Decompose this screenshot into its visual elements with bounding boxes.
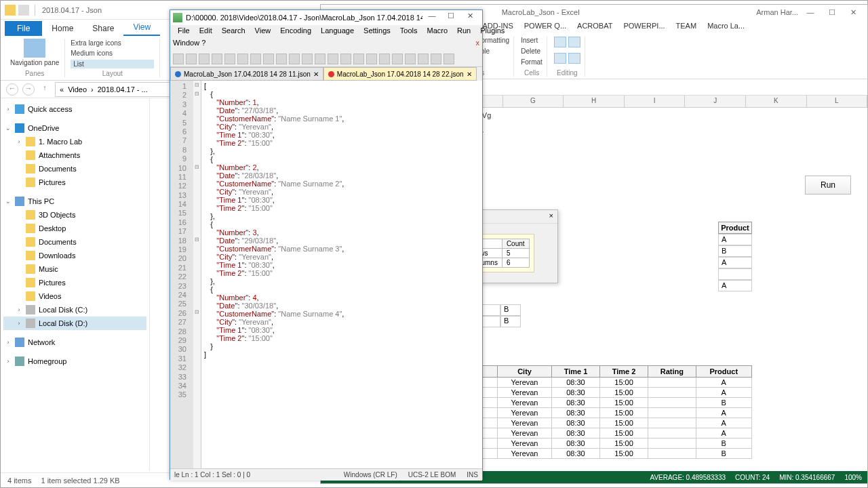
tab-close-x[interactable]: x	[476, 39, 480, 51]
cell[interactable]: B	[718, 245, 752, 257]
tree-pictures2[interactable]: Pictures	[3, 276, 146, 289]
menu-encoding[interactable]: Encoding	[275, 25, 316, 39]
tree-macrolab[interactable]: ›1. Macro Lab	[3, 135, 146, 148]
toolbar-button[interactable]	[366, 54, 377, 64]
toolbar-button[interactable]	[212, 54, 222, 64]
menu-plugins[interactable]: Plugins	[475, 25, 509, 39]
toolbar-button[interactable]	[186, 54, 197, 64]
toolbar-button[interactable]	[392, 54, 403, 64]
toolbar-button[interactable]	[224, 54, 235, 64]
maximize-icon[interactable]: ☐	[823, 8, 842, 17]
ribbon-tab[interactable]: POWERPI...	[618, 20, 670, 35]
menu-tools[interactable]: Tools	[395, 25, 422, 39]
cell[interactable]: 08:30	[551, 439, 599, 449]
toolbar-button[interactable]	[263, 54, 274, 64]
insert-button[interactable]: Insert	[521, 37, 542, 44]
cell[interactable]: A	[718, 280, 752, 291]
toolbar-button[interactable]	[237, 54, 248, 64]
toolbar-button[interactable]	[405, 54, 416, 64]
tab-file[interactable]: File	[5, 21, 42, 36]
col-header[interactable]: L	[807, 96, 868, 107]
cell[interactable]: Yerevan	[498, 388, 552, 398]
cell[interactable]	[648, 408, 696, 418]
col-header[interactable]: I	[625, 96, 686, 107]
menu-view[interactable]: View	[250, 25, 276, 39]
file-tab-1[interactable]: MacroLab_Json 17.04.2018 14 28 11.json✕	[170, 67, 323, 81]
cell[interactable]	[648, 388, 696, 398]
minimize-icon[interactable]: —	[422, 12, 441, 24]
view-medium[interactable]: Medium icons	[71, 49, 154, 58]
toolbar-button[interactable]	[379, 54, 390, 64]
cell[interactable]: A	[718, 234, 752, 245]
tab-share[interactable]: Share	[83, 21, 123, 36]
ribbon-tab[interactable]: POWER Q...	[519, 20, 572, 35]
cell[interactable]	[648, 418, 696, 428]
cell[interactable]: B	[696, 439, 751, 449]
cell[interactable]	[648, 398, 696, 408]
cell[interactable]: 08:30	[551, 408, 599, 418]
tree-3dobjects[interactable]: 3D Objects	[3, 208, 146, 222]
cell[interactable]: A	[696, 428, 751, 439]
forward-button[interactable]: →	[22, 83, 35, 96]
cell[interactable]: 15:00	[600, 428, 648, 439]
cell[interactable]	[648, 439, 696, 449]
tree-quick-access[interactable]: ›Quick access	[3, 102, 146, 116]
cell[interactable]: B	[696, 449, 751, 459]
cell[interactable]: Yerevan	[498, 428, 552, 439]
tree-network[interactable]: ›Network	[3, 336, 146, 349]
back-button[interactable]: ←	[6, 83, 18, 96]
tree-attachments[interactable]: Attachments	[3, 148, 146, 162]
cell[interactable]	[648, 378, 696, 388]
tree-desktop[interactable]: Desktop	[3, 222, 146, 235]
menu-settings[interactable]: Settings	[359, 25, 395, 39]
cell[interactable]: 15:00	[600, 388, 648, 398]
toolbar-button[interactable]	[289, 54, 300, 64]
cell[interactable]: B	[696, 398, 751, 408]
cell[interactable]: 08:30	[551, 428, 599, 439]
menu-language[interactable]: Language	[316, 25, 359, 39]
tree-documents2[interactable]: Documents	[3, 235, 146, 249]
cell[interactable]: Yerevan	[498, 449, 552, 459]
col-header[interactable]: G	[503, 96, 564, 107]
toolbar-button[interactable]	[431, 54, 441, 64]
cell[interactable]: 08:30	[551, 378, 599, 388]
menu-search[interactable]: Search	[217, 25, 250, 39]
file-tab-2[interactable]: MacroLab_Json 17.04.2018 14 28 22.json✕	[323, 67, 477, 81]
toolbar-button[interactable]	[443, 54, 454, 64]
cell[interactable]: Yerevan	[498, 378, 552, 388]
tree-videos[interactable]: Videos	[3, 289, 146, 303]
view-list[interactable]: List	[71, 60, 154, 68]
cell[interactable]: Yerevan	[498, 398, 552, 408]
cell[interactable]: 15:00	[600, 408, 648, 418]
navigation-pane-button[interactable]: Navigation pane	[10, 39, 59, 66]
cell[interactable]: 08:30	[551, 449, 599, 459]
view-xlarge[interactable]: Extra large icons	[71, 39, 154, 47]
toolbar-button[interactable]	[340, 54, 351, 64]
toolbar-button[interactable]	[173, 54, 184, 64]
toolbar-button[interactable]	[328, 54, 338, 64]
close-icon[interactable]: ✕	[844, 8, 863, 17]
toolbar-button[interactable]	[250, 54, 261, 64]
cell[interactable]	[718, 268, 752, 280]
ribbon-tab[interactable]: ACROBAT	[572, 20, 618, 35]
tree-downloads[interactable]: Downloads	[3, 249, 146, 262]
menu-file[interactable]: File	[173, 25, 195, 39]
tree-diskc[interactable]: ›Local Disk (C:)	[3, 303, 146, 317]
cell[interactable]: Yerevan	[498, 408, 552, 418]
tree-documents[interactable]: Documents	[3, 162, 146, 176]
col-header[interactable]: J	[685, 96, 746, 107]
cell[interactable]: Yerevan	[498, 439, 552, 449]
cell[interactable]: 08:30	[551, 418, 599, 428]
run-button[interactable]: Run	[805, 176, 851, 195]
toolbar-button[interactable]	[276, 54, 287, 64]
tree-diskd[interactable]: ›Local Disk (D:)	[3, 317, 146, 330]
toolbar-button[interactable]	[418, 54, 429, 64]
col-header[interactable]: K	[746, 96, 807, 107]
npp-titlebar[interactable]: D:\00000. 2018\Video\2018.04.17 - Json\M…	[170, 10, 482, 25]
tree-thispc[interactable]: ⌄This PC	[3, 195, 146, 208]
cell[interactable]: 15:00	[600, 418, 648, 428]
toolbar-button[interactable]	[315, 54, 326, 64]
minimize-icon[interactable]: —	[801, 8, 820, 16]
tree-homegroup[interactable]: ›Homegroup	[3, 354, 146, 368]
cell[interactable]: A	[696, 408, 751, 418]
